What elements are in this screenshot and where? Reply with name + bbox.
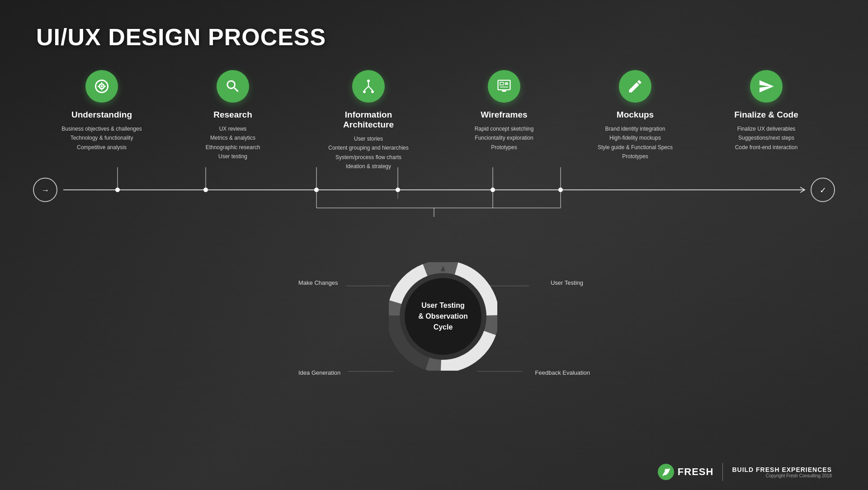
step-understanding: Understanding Business objectives & chal… xyxy=(57,70,147,152)
label-make-changes: Make Changes xyxy=(298,279,338,286)
svg-point-0 xyxy=(101,85,103,88)
svg-line-5 xyxy=(364,86,368,90)
step-finalize: Finalize & Code Finalize UX deliverables… xyxy=(721,70,811,152)
page-title: UI/UX DESIGN PROCESS xyxy=(36,24,326,51)
svg-text:→: → xyxy=(41,186,49,195)
cycle-center-label: User Testing& ObservationCycle xyxy=(418,302,467,331)
cycle-center-text: User Testing& ObservationCycle xyxy=(414,300,472,333)
mockups-title: Mockups xyxy=(617,110,654,120)
wireframes-item-1: Rapid concept sketching xyxy=(475,124,534,133)
wireframes-item-3: Prototypes xyxy=(475,143,534,152)
step-mockups: Mockups Brand identity integration High-… xyxy=(590,70,680,161)
footer-divider xyxy=(722,463,723,481)
research-item-1: UX reviews xyxy=(206,124,260,133)
footer-logo: FRESH xyxy=(658,464,714,480)
svg-point-3 xyxy=(371,90,374,93)
finalize-item-1: Finalize UX deliverables xyxy=(735,124,798,133)
ia-item-3: System/process flow charts xyxy=(328,153,408,162)
svg-point-2 xyxy=(363,90,366,93)
mockups-item-3: Style guide & Functional Specs xyxy=(598,143,673,152)
label-feedback-evaluation: Feedback Evaluation xyxy=(535,369,590,376)
footer: FRESH BUILD FRESH EXPERIENCES Copyright … xyxy=(658,463,832,481)
research-items: UX reviews Metrics & analytics Ethnograp… xyxy=(206,124,260,161)
target-icon xyxy=(94,78,110,94)
wireframes-items: Rapid concept sketching Funciontality ex… xyxy=(475,124,534,152)
ia-items: User stories Content grouping and hierar… xyxy=(328,134,408,171)
cycle-ring: User Testing& ObservationCycle xyxy=(389,262,497,371)
fresh-logo-icon xyxy=(661,467,671,477)
finalize-item-3: Code front-end interaction xyxy=(735,143,798,152)
mockups-item-1: Brand identity integration xyxy=(598,124,673,133)
research-item-3: Ethnographic research xyxy=(206,143,260,152)
step-ia: Information Architecture User stories Co… xyxy=(319,70,418,171)
mockups-item-4: Prototypes xyxy=(598,152,673,161)
step-research: Research UX reviews Metrics & analytics … xyxy=(188,70,278,161)
finalize-title: Finalize & Code xyxy=(734,110,798,120)
label-user-testing: User Testing xyxy=(551,279,583,286)
tagline-copyright: Copyright Fresh Consulting 2018 xyxy=(732,473,832,478)
wireframes-item-2: Funciontality exploration xyxy=(475,133,534,142)
search-icon xyxy=(225,78,241,94)
hierarchy-icon xyxy=(360,78,377,94)
wireframe-icon xyxy=(496,78,512,94)
ia-title: Information Architecture xyxy=(319,110,418,130)
svg-point-1 xyxy=(367,80,370,82)
step-wireframes: Wireframes Rapid concept sketching Funci… xyxy=(459,70,549,152)
mockups-icon-circle xyxy=(619,70,651,103)
research-item-4: User testing xyxy=(206,152,260,161)
logo-icon xyxy=(658,464,674,480)
understanding-item-1: Business objectives & challenges xyxy=(61,124,142,133)
understanding-item-3: Competitive analysis xyxy=(61,143,142,152)
finalize-items: Finalize UX deliverables Suggestions/nex… xyxy=(735,124,798,152)
research-icon-circle xyxy=(217,70,249,103)
research-title: Research xyxy=(213,110,252,120)
svg-rect-8 xyxy=(500,82,504,85)
understanding-item-2: Technology & functionality xyxy=(61,133,142,142)
research-item-2: Metrics & analytics xyxy=(206,133,260,142)
ia-item-2: Content grouping and hierarchies xyxy=(328,143,408,152)
mockups-item-2: High-fidelity mockups xyxy=(598,133,673,142)
send-icon xyxy=(758,78,774,94)
understanding-title: Understanding xyxy=(71,110,132,120)
finalize-icon-circle xyxy=(750,70,783,103)
tagline-main: BUILD FRESH EXPERIENCES xyxy=(732,466,832,473)
ia-icon-circle xyxy=(352,70,385,103)
mockups-items: Brand identity integration High-fidelity… xyxy=(598,124,673,161)
understanding-icon-circle xyxy=(85,70,118,103)
svg-text:✓: ✓ xyxy=(820,186,826,195)
process-steps: Understanding Business objectives & chal… xyxy=(36,70,832,171)
footer-tagline: BUILD FRESH EXPERIENCES Copyright Fresh … xyxy=(732,466,832,478)
wireframes-title: Wireframes xyxy=(481,110,527,120)
label-idea-generation: Idea Generation xyxy=(298,369,340,376)
cycle-section: User Testing& ObservationCycle User Test… xyxy=(294,253,592,407)
understanding-items: Business objectives & challenges Technol… xyxy=(61,124,142,152)
logo-text: FRESH xyxy=(678,466,714,478)
pen-icon xyxy=(627,78,643,94)
ia-item-1: User stories xyxy=(328,134,408,143)
wireframes-icon-circle xyxy=(488,70,520,103)
finalize-item-2: Suggestions/next steps xyxy=(735,133,798,142)
main-content: UI/UX DESIGN PROCESS Understanding Busin… xyxy=(0,0,868,490)
svg-line-6 xyxy=(368,86,373,90)
timeline-svg: → ✓ xyxy=(0,167,868,221)
